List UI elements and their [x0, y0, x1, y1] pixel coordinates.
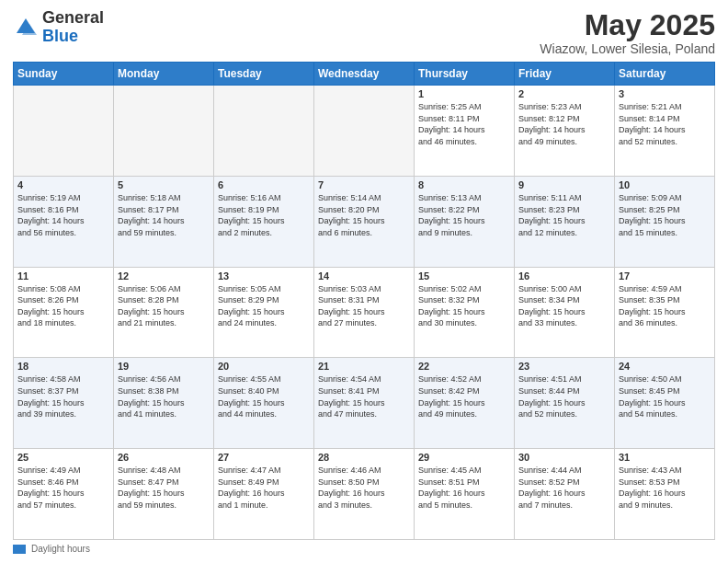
calendar-cell: 21Sunrise: 4:54 AM Sunset: 8:41 PM Dayli…	[314, 358, 415, 449]
calendar-cell	[114, 86, 214, 177]
calendar-cell	[314, 86, 415, 177]
title-block: May 2025 Wiazow, Lower Silesia, Poland	[540, 9, 715, 56]
day-number: 25	[17, 452, 109, 463]
calendar-cell: 24Sunrise: 4:50 AM Sunset: 8:45 PM Dayli…	[615, 358, 715, 449]
day-info: Sunrise: 5:03 AM Sunset: 8:31 PM Dayligh…	[318, 283, 410, 329]
day-number: 18	[17, 361, 109, 372]
calendar-cell: 19Sunrise: 4:56 AM Sunset: 8:38 PM Dayli…	[114, 358, 214, 449]
day-number: 23	[518, 361, 610, 372]
calendar-cell: 29Sunrise: 4:45 AM Sunset: 8:51 PM Dayli…	[415, 449, 515, 540]
day-info: Sunrise: 5:06 AM Sunset: 8:28 PM Dayligh…	[118, 283, 210, 329]
day-header-tuesday: Tuesday	[214, 63, 314, 86]
calendar-cell: 22Sunrise: 4:52 AM Sunset: 8:42 PM Dayli…	[415, 358, 515, 449]
calendar-cell: 4Sunrise: 5:19 AM Sunset: 8:16 PM Daylig…	[14, 176, 114, 267]
day-number: 5	[118, 179, 210, 190]
day-info: Sunrise: 5:09 AM Sunset: 8:25 PM Dayligh…	[619, 192, 711, 238]
day-header-sunday: Sunday	[14, 63, 114, 86]
day-number: 4	[17, 179, 109, 190]
day-number: 12	[118, 270, 210, 282]
day-info: Sunrise: 5:05 AM Sunset: 8:29 PM Dayligh…	[218, 283, 310, 329]
calendar-cell: 14Sunrise: 5:03 AM Sunset: 8:31 PM Dayli…	[314, 267, 415, 358]
calendar-cell: 18Sunrise: 4:58 AM Sunset: 8:37 PM Dayli…	[14, 358, 114, 449]
calendar-cell: 2Sunrise: 5:23 AM Sunset: 8:12 PM Daylig…	[515, 86, 615, 177]
day-number: 19	[118, 361, 210, 372]
logo-icon	[13, 15, 39, 40]
calendar-cell: 13Sunrise: 5:05 AM Sunset: 8:29 PM Dayli…	[214, 267, 314, 358]
logo-blue-text: Blue	[42, 27, 78, 45]
calendar-cell: 23Sunrise: 4:51 AM Sunset: 8:44 PM Dayli…	[515, 358, 615, 449]
day-number: 10	[619, 179, 711, 190]
day-number: 6	[218, 179, 310, 190]
calendar-cell: 5Sunrise: 5:18 AM Sunset: 8:17 PM Daylig…	[114, 176, 214, 267]
day-info: Sunrise: 4:48 AM Sunset: 8:47 PM Dayligh…	[118, 465, 210, 511]
calendar-cell: 3Sunrise: 5:21 AM Sunset: 8:14 PM Daylig…	[615, 86, 715, 177]
calendar-cell: 8Sunrise: 5:13 AM Sunset: 8:22 PM Daylig…	[415, 176, 515, 267]
week-row-3: 11Sunrise: 5:08 AM Sunset: 8:26 PM Dayli…	[14, 267, 715, 358]
day-info: Sunrise: 5:14 AM Sunset: 8:20 PM Dayligh…	[318, 192, 410, 238]
day-number: 16	[518, 270, 610, 282]
day-info: Sunrise: 5:13 AM Sunset: 8:22 PM Dayligh…	[418, 192, 510, 238]
day-number: 26	[118, 452, 210, 463]
day-number: 20	[218, 361, 310, 372]
calendar-cell	[14, 86, 114, 177]
day-info: Sunrise: 4:43 AM Sunset: 8:53 PM Dayligh…	[619, 465, 711, 511]
day-info: Sunrise: 5:08 AM Sunset: 8:26 PM Dayligh…	[17, 283, 109, 329]
day-number: 13	[218, 270, 310, 282]
day-info: Sunrise: 5:02 AM Sunset: 8:32 PM Dayligh…	[418, 283, 510, 329]
day-info: Sunrise: 4:59 AM Sunset: 8:35 PM Dayligh…	[619, 283, 711, 329]
calendar-cell: 6Sunrise: 5:16 AM Sunset: 8:19 PM Daylig…	[214, 176, 314, 267]
calendar-cell: 25Sunrise: 4:49 AM Sunset: 8:46 PM Dayli…	[14, 449, 114, 540]
calendar-cell: 31Sunrise: 4:43 AM Sunset: 8:53 PM Dayli…	[615, 449, 715, 540]
header: General Blue May 2025 Wiazow, Lower Sile…	[13, 9, 715, 56]
day-number: 8	[418, 179, 510, 190]
day-info: Sunrise: 4:55 AM Sunset: 8:40 PM Dayligh…	[218, 373, 310, 419]
day-number: 7	[318, 179, 410, 190]
calendar-cell: 16Sunrise: 5:00 AM Sunset: 8:34 PM Dayli…	[515, 267, 615, 358]
daylight-label: Daylight hours	[31, 544, 90, 554]
day-header-monday: Monday	[114, 63, 214, 86]
day-number: 14	[318, 270, 410, 282]
week-row-5: 25Sunrise: 4:49 AM Sunset: 8:46 PM Dayli…	[14, 449, 715, 540]
day-info: Sunrise: 4:52 AM Sunset: 8:42 PM Dayligh…	[418, 373, 510, 419]
day-number: 27	[218, 452, 310, 463]
day-number: 30	[518, 452, 610, 463]
logo: General Blue	[13, 9, 104, 46]
day-number: 29	[418, 452, 510, 463]
day-info: Sunrise: 4:45 AM Sunset: 8:51 PM Dayligh…	[418, 465, 510, 511]
calendar-cell: 17Sunrise: 4:59 AM Sunset: 8:35 PM Dayli…	[615, 267, 715, 358]
day-info: Sunrise: 5:00 AM Sunset: 8:34 PM Dayligh…	[518, 283, 610, 329]
day-header-friday: Friday	[515, 63, 615, 86]
calendar-table: SundayMondayTuesdayWednesdayThursdayFrid…	[13, 62, 715, 540]
logo-general-text: General	[42, 8, 104, 27]
calendar-cell: 27Sunrise: 4:47 AM Sunset: 8:49 PM Dayli…	[214, 449, 314, 540]
day-info: Sunrise: 5:16 AM Sunset: 8:19 PM Dayligh…	[218, 192, 310, 238]
daylight-box-icon	[13, 545, 26, 554]
calendar-cell: 10Sunrise: 5:09 AM Sunset: 8:25 PM Dayli…	[615, 176, 715, 267]
calendar-cell	[214, 86, 314, 177]
day-number: 9	[518, 179, 610, 190]
day-info: Sunrise: 4:49 AM Sunset: 8:46 PM Dayligh…	[17, 465, 109, 511]
day-number: 11	[17, 270, 109, 282]
calendar-subtitle: Wiazow, Lower Silesia, Poland	[540, 41, 715, 56]
calendar-cell: 28Sunrise: 4:46 AM Sunset: 8:50 PM Dayli…	[314, 449, 415, 540]
calendar-cell: 12Sunrise: 5:06 AM Sunset: 8:28 PM Dayli…	[114, 267, 214, 358]
calendar-cell: 15Sunrise: 5:02 AM Sunset: 8:32 PM Dayli…	[415, 267, 515, 358]
day-info: Sunrise: 4:47 AM Sunset: 8:49 PM Dayligh…	[218, 465, 310, 511]
day-number: 15	[418, 270, 510, 282]
day-number: 28	[318, 452, 410, 463]
day-info: Sunrise: 4:51 AM Sunset: 8:44 PM Dayligh…	[518, 373, 610, 419]
calendar-title: May 2025	[540, 9, 715, 41]
calendar-cell: 9Sunrise: 5:11 AM Sunset: 8:23 PM Daylig…	[515, 176, 615, 267]
day-header-wednesday: Wednesday	[314, 63, 415, 86]
day-number: 17	[619, 270, 711, 282]
day-info: Sunrise: 5:23 AM Sunset: 8:12 PM Dayligh…	[518, 101, 610, 147]
day-number: 31	[619, 452, 711, 463]
calendar-cell: 30Sunrise: 4:44 AM Sunset: 8:52 PM Dayli…	[515, 449, 615, 540]
day-info: Sunrise: 4:50 AM Sunset: 8:45 PM Dayligh…	[619, 373, 711, 419]
calendar-cell: 20Sunrise: 4:55 AM Sunset: 8:40 PM Dayli…	[214, 358, 314, 449]
page: General Blue May 2025 Wiazow, Lower Sile…	[0, 0, 728, 563]
day-number: 1	[418, 88, 510, 99]
day-info: Sunrise: 5:19 AM Sunset: 8:16 PM Dayligh…	[17, 192, 109, 238]
day-number: 3	[619, 88, 711, 99]
day-info: Sunrise: 4:44 AM Sunset: 8:52 PM Dayligh…	[518, 465, 610, 511]
